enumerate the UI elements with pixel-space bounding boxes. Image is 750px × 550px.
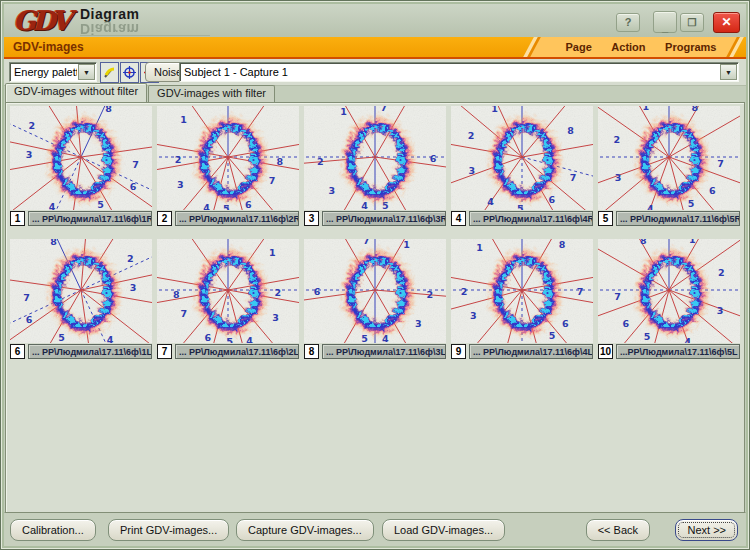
- footer-bar: Calibration... Print GDV-images... Captu…: [4, 512, 746, 546]
- svg-text:4: 4: [647, 203, 654, 210]
- gdv-image[interactable]: 12345678: [451, 106, 593, 210]
- panel-number: 1: [10, 211, 25, 226]
- panel-label-row: 4... PP\Людмила\17.11\6ф\4R: [451, 211, 593, 226]
- svg-text:1: 1: [642, 106, 649, 112]
- menu-action[interactable]: Action: [611, 41, 645, 53]
- svg-text:2: 2: [175, 154, 182, 165]
- tab-without-filter[interactable]: GDV-images without filter: [5, 83, 147, 102]
- panel-filename[interactable]: ... PP\Людмила\17.11\6ф\4R: [469, 211, 593, 226]
- panel-number: 3: [304, 211, 319, 226]
- svg-text:4: 4: [361, 200, 368, 210]
- chevron-down-icon[interactable]: ▼: [720, 64, 737, 80]
- tab-with-filter[interactable]: GDV-images with filter: [148, 85, 275, 102]
- close-icon[interactable]: ✕: [713, 12, 740, 33]
- capture-gdv-images-button[interactable]: Capture GDV-images...: [236, 519, 374, 541]
- back-button[interactable]: << Back: [586, 519, 650, 541]
- svg-text:2: 2: [461, 286, 468, 297]
- svg-text:4: 4: [684, 336, 691, 343]
- tab-bar: GDV-images without filter GDV-images wit…: [5, 86, 745, 102]
- svg-text:1: 1: [491, 106, 498, 114]
- panel-filename[interactable]: ... PP\Людмила\17.11\6ф\2R: [175, 211, 299, 226]
- svg-text:6: 6: [314, 286, 321, 297]
- svg-text:5: 5: [382, 200, 389, 210]
- gdv-panel: 1234567810...PP\Людмила\17.11\6ф\5L: [598, 239, 740, 359]
- svg-text:8: 8: [691, 106, 698, 113]
- panel-filename[interactable]: ... PP\Людмила\17.11\6ф\1L: [28, 344, 152, 359]
- svg-text:5: 5: [688, 198, 695, 209]
- svg-text:3: 3: [26, 149, 33, 160]
- svg-text:6: 6: [26, 314, 33, 325]
- panel-number: 2: [157, 211, 172, 226]
- calibration-button[interactable]: Calibration...: [10, 519, 96, 541]
- panel-number: 5: [598, 211, 613, 226]
- panel-filename[interactable]: ... PP\Людмила\17.11\6ф\2L: [175, 344, 299, 359]
- svg-text:7: 7: [380, 106, 387, 113]
- svg-text:7: 7: [717, 158, 724, 169]
- svg-text:3: 3: [272, 312, 279, 323]
- svg-text:3: 3: [415, 318, 422, 329]
- panel-number: 7: [157, 344, 172, 359]
- svg-text:3: 3: [615, 172, 622, 183]
- panel-filename[interactable]: ...PP\Людмила\17.11\6ф\5L: [616, 344, 740, 359]
- gdv-logo: GDV: [13, 5, 68, 36]
- title-bar: GDV Diagram Diagram ? _ ❐ ✕: [4, 4, 746, 37]
- svg-text:8: 8: [173, 289, 180, 300]
- svg-text:2: 2: [468, 130, 475, 141]
- maximize-icon[interactable]: ❐: [680, 13, 704, 32]
- svg-text:6: 6: [548, 194, 555, 205]
- panel-filename[interactable]: ... PP\Людмила\17.11\6ф\1R: [28, 211, 152, 226]
- gdv-image[interactable]: 12345678: [10, 106, 152, 210]
- app-window: GDV Diagram Diagram ? _ ❐ ✕ GDV-images P…: [0, 0, 750, 550]
- center-crosshair-icon[interactable]: [120, 62, 139, 83]
- palette-brush-icon[interactable]: [100, 62, 119, 83]
- next-button[interactable]: Next >>: [675, 519, 738, 541]
- toolbar: Energy palette ▼ Noise Subject 1 - Captu…: [4, 59, 746, 86]
- svg-text:6: 6: [709, 185, 716, 196]
- svg-text:1: 1: [403, 239, 410, 250]
- gdv-panel: 9123456782... PP\Людмила\17.11\6ф\2R: [157, 106, 299, 226]
- gdv-image[interactable]: 1726345: [304, 239, 446, 343]
- menu-bar: Page Action Programs: [546, 37, 736, 57]
- gdv-image[interactable]: 12345678: [598, 106, 740, 210]
- page-title: GDV-images: [13, 40, 84, 54]
- svg-text:5: 5: [226, 336, 233, 343]
- gdv-image[interactable]: 912345678: [157, 106, 299, 210]
- print-gdv-images-button[interactable]: Print GDV-images...: [108, 519, 229, 541]
- svg-text:1: 1: [68, 106, 75, 108]
- svg-text:3: 3: [130, 282, 137, 293]
- svg-text:7: 7: [614, 291, 621, 302]
- panel-filename[interactable]: ... PP\Людмила\17.11\6ф\5R: [616, 211, 740, 226]
- palette-select[interactable]: Energy palette ▼: [9, 62, 97, 82]
- gdv-image[interactable]: 912345678: [157, 239, 299, 343]
- svg-text:4: 4: [203, 202, 210, 210]
- chevron-down-icon[interactable]: ▼: [78, 64, 95, 80]
- gdv-image[interactable]: 18273645: [451, 239, 593, 343]
- help-icon[interactable]: ?: [616, 13, 640, 32]
- svg-text:4: 4: [487, 196, 494, 207]
- banner-bar: GDV-images Page Action Programs: [4, 37, 746, 59]
- svg-text:2: 2: [275, 287, 282, 298]
- svg-text:9: 9: [215, 239, 222, 241]
- gdv-image[interactable]: 1726345: [304, 106, 446, 210]
- menu-page[interactable]: Page: [566, 41, 592, 53]
- panel-label-row: 5... PP\Людмила\17.11\6ф\5R: [598, 211, 740, 226]
- svg-text:6: 6: [130, 181, 137, 192]
- load-gdv-images-button[interactable]: Load GDV-images...: [382, 519, 505, 541]
- panel-filename[interactable]: ... PP\Людмила\17.11\6ф\4L: [469, 344, 593, 359]
- panel-label-row: 6... PP\Людмила\17.11\6ф\1L: [10, 344, 152, 359]
- menu-programs[interactable]: Programs: [665, 41, 716, 53]
- panel-number: 6: [10, 344, 25, 359]
- svg-text:5: 5: [223, 203, 230, 210]
- panel-filename[interactable]: ... PP\Людмила\17.11\6ф\3R: [322, 211, 446, 226]
- minimize-icon[interactable]: _: [653, 11, 677, 33]
- svg-text:9: 9: [234, 106, 241, 108]
- gdv-image[interactable]: 12345678: [598, 239, 740, 343]
- panel-filename[interactable]: ... PP\Людмила\17.11\6ф\3L: [322, 344, 446, 359]
- subject-select[interactable]: Subject 1 - Capture 1 ▼: [179, 62, 739, 82]
- svg-text:5: 5: [361, 333, 368, 343]
- svg-text:1: 1: [340, 106, 347, 117]
- gdv-panel: 123456785... PP\Людмила\17.11\6ф\5R: [598, 106, 740, 226]
- svg-text:8: 8: [105, 106, 112, 114]
- gdv-image[interactable]: 12345678: [10, 239, 152, 343]
- svg-text:6: 6: [622, 318, 629, 329]
